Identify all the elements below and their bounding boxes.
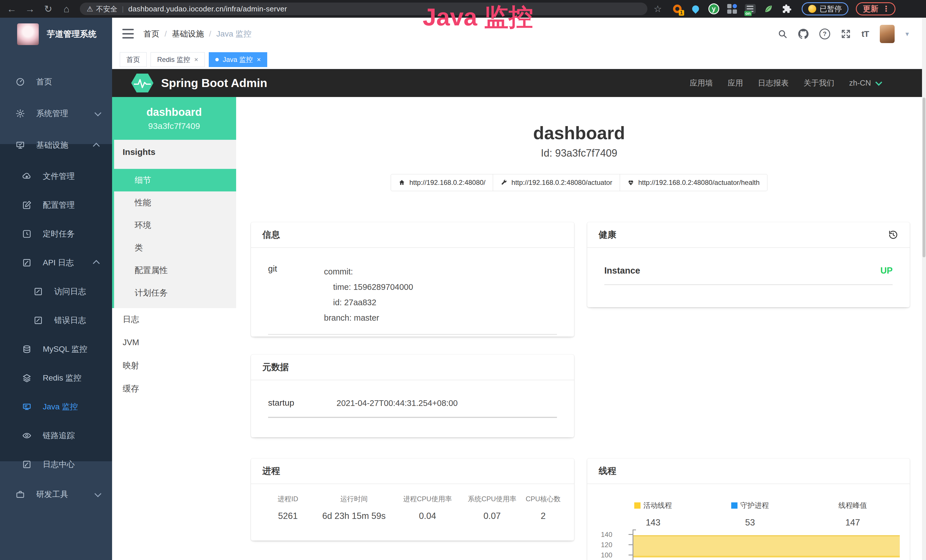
- sba-menu-logs[interactable]: 日志: [112, 308, 236, 331]
- card-title: 元数据: [262, 361, 289, 373]
- font-size-icon[interactable]: tT: [861, 29, 869, 39]
- tag-close-icon[interactable]: ×: [257, 56, 261, 64]
- sba-menu-scheduled-tasks[interactable]: 计划任务: [112, 282, 236, 304]
- sidebar-item-trace[interactable]: 链路追踪: [0, 421, 112, 450]
- sba-language-label: zh-CN: [849, 79, 871, 88]
- actuator-url-button[interactable]: http://192.168.0.2:48080/actuator: [493, 174, 620, 191]
- tag-label: 首页: [126, 55, 140, 64]
- health-instance-label: Instance: [604, 266, 640, 276]
- browser-forward-icon[interactable]: →: [23, 0, 36, 18]
- sidebar-item-label: 日志中心: [43, 459, 75, 470]
- extension-list-on-icon[interactable]: on: [744, 3, 756, 15]
- sidebar-item-infra[interactable]: 基础设施: [0, 131, 112, 159]
- sba-menu-caches[interactable]: 缓存: [112, 377, 236, 400]
- sba-nav-about[interactable]: 关于我们: [803, 78, 834, 88]
- sidebar-item-redis-monitor[interactable]: Redis 监控: [0, 363, 112, 392]
- page-url[interactable]: dashboard.yudao.iocoder.cn/infra/admin-s…: [128, 5, 287, 14]
- legend-swatch-blue: [731, 502, 737, 509]
- browser-back-icon[interactable]: ←: [5, 0, 18, 18]
- history-icon[interactable]: [888, 230, 898, 240]
- browser-update-button[interactable]: 更新 ⋮: [856, 2, 896, 15]
- chevron-down-icon: [875, 79, 882, 86]
- extension-green-y-icon[interactable]: y: [708, 3, 720, 15]
- legend-value: 53: [731, 518, 769, 528]
- extension-icons: 1 y on: [672, 3, 793, 15]
- breadcrumb-separator: /: [165, 29, 167, 38]
- sba-menu-metrics[interactable]: 性能: [112, 191, 236, 214]
- url-label: http://192.168.0.2:48080/actuator: [511, 179, 612, 186]
- sidebar-item-label: 定时任务: [43, 229, 75, 239]
- sidebar-item-dev-tools[interactable]: 研发工具: [0, 480, 112, 509]
- profile-paused-pill[interactable]: 已暂停: [802, 2, 849, 15]
- row-divider: [268, 417, 557, 418]
- sidebar-item-label: 链路追踪: [43, 430, 75, 441]
- sidebar-item-access-log[interactable]: 访问日志: [0, 277, 112, 306]
- health-url-button[interactable]: http://192.168.0.2:48080/actuator/health: [620, 174, 767, 191]
- extension-grid-icon[interactable]: [726, 3, 738, 15]
- hamburger-icon[interactable]: [123, 29, 134, 38]
- tag-close-icon[interactable]: ×: [194, 56, 198, 64]
- sba-nav-wallboard[interactable]: 应用墙: [690, 78, 713, 88]
- sba-brand-title[interactable]: Spring Boot Admin: [161, 76, 267, 90]
- sba-menu-environment[interactable]: 环境: [112, 214, 236, 236]
- sidebar-item-config-manage[interactable]: 配置管理: [0, 191, 112, 219]
- instance-header[interactable]: dashboard 93a3fc7f7409: [112, 97, 236, 140]
- sba-nav-journal[interactable]: 日志报表: [758, 78, 788, 88]
- scrollbar-thumb[interactable]: [923, 98, 925, 257]
- sba-menu-details[interactable]: 细节: [112, 169, 236, 191]
- help-icon[interactable]: ?: [819, 29, 830, 39]
- sidebar-item-log-center[interactable]: 日志中心: [0, 450, 112, 479]
- service-url-button[interactable]: http://192.168.0.2:48080/: [391, 174, 493, 191]
- sba-nav-applications[interactable]: 应用: [728, 78, 743, 88]
- tag-home[interactable]: 首页: [120, 52, 147, 67]
- sba-menu-classes[interactable]: 类: [112, 236, 236, 259]
- sba-menu-mappings[interactable]: 映射: [112, 354, 236, 377]
- column-header: 进程ID: [262, 494, 313, 504]
- legend-value: 147: [838, 518, 867, 528]
- sba-menu-config-props[interactable]: 配置属性: [112, 259, 236, 282]
- sidebar-item-home[interactable]: 首页: [0, 68, 112, 96]
- extension-orange-icon[interactable]: 1: [672, 3, 683, 15]
- breadcrumb-infra[interactable]: 基础设施: [172, 29, 204, 39]
- sba-menu-jvm[interactable]: JVM: [112, 331, 236, 354]
- github-icon[interactable]: [798, 29, 808, 39]
- column-header: 系统CPU使用率: [461, 494, 524, 504]
- fullscreen-icon[interactable]: [841, 29, 851, 39]
- app-logo-image: [17, 23, 39, 45]
- browser-reload-icon[interactable]: ↻: [42, 0, 55, 18]
- metadata-key: startup: [268, 398, 336, 408]
- health-status-badge: UP: [881, 266, 893, 276]
- sidebar-item-label: MySQL 监控: [43, 344, 87, 354]
- sidebar-item-error-log[interactable]: 错误日志: [0, 306, 112, 334]
- browser-menu-icon[interactable]: ⋮: [882, 4, 890, 14]
- sidebar-item-mysql-monitor[interactable]: MySQL 监控: [0, 334, 112, 363]
- sidebar-item-label: 访问日志: [54, 286, 86, 297]
- user-avatar[interactable]: [880, 25, 895, 43]
- app-brand-title: 芋道管理系统: [47, 29, 96, 40]
- tags-view-bar: 首页 Redis 监控 × Java 监控 ×: [112, 50, 926, 69]
- sidebar-item-label: 系统管理: [36, 108, 68, 119]
- sidebar-item-system[interactable]: 系统管理: [0, 99, 112, 128]
- tag-java-monitor[interactable]: Java 监控 ×: [209, 52, 267, 67]
- annotation-java-monitor: Java 监控: [423, 1, 533, 34]
- browser-home-icon[interactable]: ⌂: [60, 0, 73, 18]
- breadcrumb-home[interactable]: 首页: [144, 29, 159, 39]
- bookmark-star-icon[interactable]: ☆: [654, 3, 662, 14]
- sidebar-item-file-manage[interactable]: 文件管理: [0, 162, 112, 191]
- column-header: 运行时间: [313, 494, 394, 504]
- sba-language-select[interactable]: zh-CN: [849, 79, 881, 88]
- sidebar-item-java-monitor[interactable]: Java 监控: [0, 392, 112, 421]
- tag-redis-monitor[interactable]: Redis 监控 ×: [151, 52, 205, 67]
- sidebar-item-scheduled-jobs[interactable]: 定时任务: [0, 219, 112, 248]
- extension-pin-icon[interactable]: [690, 3, 701, 15]
- extension-leaf-icon[interactable]: [763, 3, 774, 15]
- sidebar-item-api-log[interactable]: API 日志: [0, 248, 112, 277]
- extensions-puzzle-icon[interactable]: [781, 3, 793, 15]
- metadata-card: 元数据 startup 2021-04-27T00:44:31.254+08:0…: [251, 354, 574, 437]
- user-menu-caret-icon[interactable]: ▾: [905, 30, 909, 38]
- search-icon[interactable]: [778, 29, 787, 39]
- legend-value: 143: [634, 518, 672, 528]
- menu-label: 环境: [135, 219, 151, 231]
- address-bar[interactable]: ⚠ 不安全 | dashboard.yudao.iocoder.cn/infra…: [80, 3, 648, 15]
- not-secure-label[interactable]: 不安全: [96, 4, 117, 14]
